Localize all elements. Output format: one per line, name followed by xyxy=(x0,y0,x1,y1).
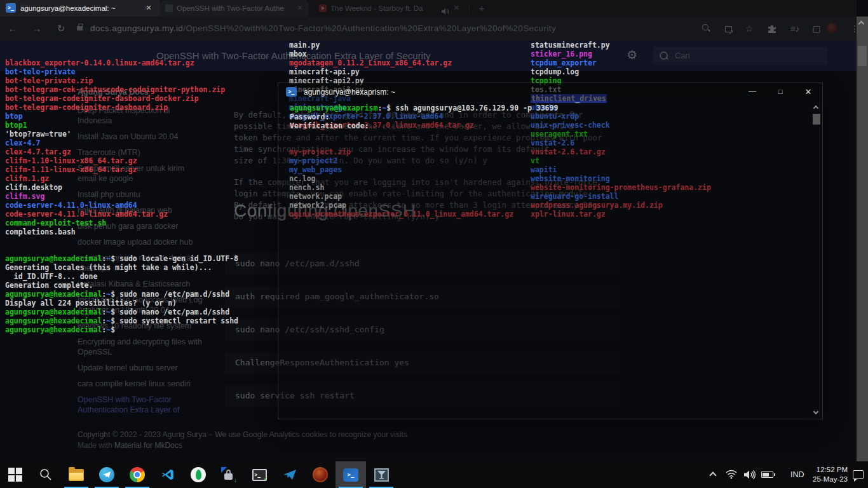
martini-glass-icon xyxy=(374,468,389,482)
file-entry: bot-telegram-cek-statuscode-codeigniter-… xyxy=(5,85,238,94)
file-entry: bot-telegram-codeigniter-dasboard-docker… xyxy=(5,94,238,103)
start-button[interactable] xyxy=(0,461,31,488)
file-entry: code-server-4.11.0-linux-amd64 xyxy=(5,201,238,210)
powershell-icon: >_ xyxy=(6,3,16,13)
file-entry: clifm-1.10-linux-x86_64.tar.gz xyxy=(5,156,238,165)
file-entry: btop xyxy=(5,112,238,121)
language-indicator[interactable]: IND xyxy=(790,461,804,488)
scroll-down-icon[interactable] xyxy=(813,409,818,414)
file-entry: bot-tele-private xyxy=(5,67,238,76)
file-entry: statusminecraft.py xyxy=(531,41,711,50)
scrollbar-thumb[interactable] xyxy=(813,114,820,125)
ssh-terminal-window[interactable]: >_ agungsurya@hexaprism: ~ — □ ✕ agungsu… xyxy=(278,83,823,419)
taskbar-lock-app[interactable]: ↓ xyxy=(214,461,244,488)
file-entry: clifm-1.11-linux-x86_64.tar.gz xyxy=(5,165,238,174)
file-entry: main.py xyxy=(289,41,513,50)
file-entry: bot-tele-private.zip xyxy=(5,76,238,85)
windows-logo-icon xyxy=(8,468,22,482)
terminal-tab-close-icon[interactable]: ✕ xyxy=(144,3,154,13)
close-button[interactable]: ✕ xyxy=(794,83,822,101)
wifi-icon[interactable] xyxy=(726,470,737,482)
action-center-icon[interactable] xyxy=(853,470,864,479)
taskbar-mongodb[interactable] xyxy=(183,461,214,488)
file-entry: 'btop?raw=true' xyxy=(5,130,238,139)
minimize-button[interactable]: — xyxy=(738,83,766,101)
taskbar-clock[interactable]: 12:52 PM 25-May-23 xyxy=(806,465,848,484)
desktop-screen: my-project - code-server ✕ OpenSSH with … xyxy=(0,0,868,488)
file-entry: minecraft-api.py xyxy=(289,67,513,76)
powershell-icon: >_ xyxy=(286,87,297,97)
volume-icon[interactable] xyxy=(743,470,756,482)
file-entry: clifm.1.gz xyxy=(5,174,238,183)
file-entry: completions.bash xyxy=(5,227,238,236)
scroll-up-icon[interactable] xyxy=(858,21,865,27)
taskbar-game-app[interactable] xyxy=(305,461,336,488)
console-window-icon: >_✓ xyxy=(252,469,267,481)
taskbar-paper-plane-app[interactable] xyxy=(275,461,305,488)
taskbar-telegram[interactable] xyxy=(92,461,122,488)
tray-chevron-up-icon[interactable] xyxy=(709,471,716,478)
clock-time: 12:52 PM xyxy=(806,465,848,475)
window-title: agungsurya@hexaprism: ~ xyxy=(304,83,395,101)
taskbar-powershell[interactable]: >_ xyxy=(336,461,366,488)
file-entry: blackbox_exporter-0.14.0.linux-amd64.tar… xyxy=(5,58,238,67)
window-scrollbar[interactable] xyxy=(812,104,821,416)
search-icon xyxy=(39,468,53,482)
maximize-button[interactable]: □ xyxy=(766,83,794,101)
terminal-column-1: blackbox_exporter-0.14.0.linux-amd64.tar… xyxy=(5,14,238,352)
file-entry: tcpdum_exporter xyxy=(531,58,711,67)
file-entry: clex-4.7.tar.gz xyxy=(5,147,238,156)
file-entry: tcpdump.log xyxy=(531,67,711,76)
taskbar-file-explorer[interactable] xyxy=(61,461,92,488)
scrollbar-thumb[interactable] xyxy=(858,46,867,66)
file-entry: clifm.svg xyxy=(5,192,238,201)
padlock-icon: ↓ xyxy=(221,467,236,482)
file-entry: mgodatagen_0.11.2_Linux_x86_64.tar.gz xyxy=(289,58,513,67)
telegram-icon xyxy=(99,467,114,482)
taskbar: ↓ >_✓ >_ IND 12:52 PM 25-May-23 xyxy=(0,461,868,488)
taskbar-search-button[interactable] xyxy=(31,461,61,488)
file-entry: clex-4.7 xyxy=(5,139,238,147)
window-title-bar[interactable]: >_ agungsurya@hexaprism: ~ — □ ✕ xyxy=(278,83,822,101)
ssh-session-output: agungsurya@hexaprism:~$ ssh agungsurya@1… xyxy=(290,104,558,130)
taskbar-martini-app[interactable] xyxy=(366,461,397,488)
mongodb-leaf-icon xyxy=(191,467,206,482)
terminal-console-output: agungsurya@hexadecimal:~$ sudo locale-ge… xyxy=(5,254,238,334)
file-entry: sticker_16.png xyxy=(531,50,711,58)
file-entry: btop1 xyxy=(5,121,238,130)
vscode-icon xyxy=(161,468,175,482)
file-entry: bot-telegram-codeigniter-dasboard.zip xyxy=(5,103,238,112)
scroll-up-icon[interactable] xyxy=(813,105,818,111)
game-icon xyxy=(313,467,328,482)
terminal-content[interactable]: agungsurya@hexaprism:~$ ssh agungsurya@1… xyxy=(278,101,822,419)
file-entry: command-exploit-test.sh xyxy=(5,219,238,227)
chrome-icon xyxy=(130,467,145,482)
clock-date: 25-May-23 xyxy=(806,475,848,484)
taskbar-chrome[interactable] xyxy=(122,461,153,488)
battery-icon[interactable] xyxy=(761,471,773,478)
powershell-icon: >_ xyxy=(343,468,358,482)
paper-plane-icon xyxy=(283,468,297,482)
file-entry: clifm.desktop xyxy=(5,183,238,192)
taskbar-console-app[interactable]: >_✓ xyxy=(244,461,275,488)
file-entry: code-server-4.11.0-linux-amd64.tar.gz xyxy=(5,210,238,219)
taskbar-vscode[interactable] xyxy=(153,461,183,488)
file-entry: mbox xyxy=(289,50,513,58)
terminal-scrollbar[interactable] xyxy=(857,17,868,461)
folder-icon xyxy=(69,469,84,481)
